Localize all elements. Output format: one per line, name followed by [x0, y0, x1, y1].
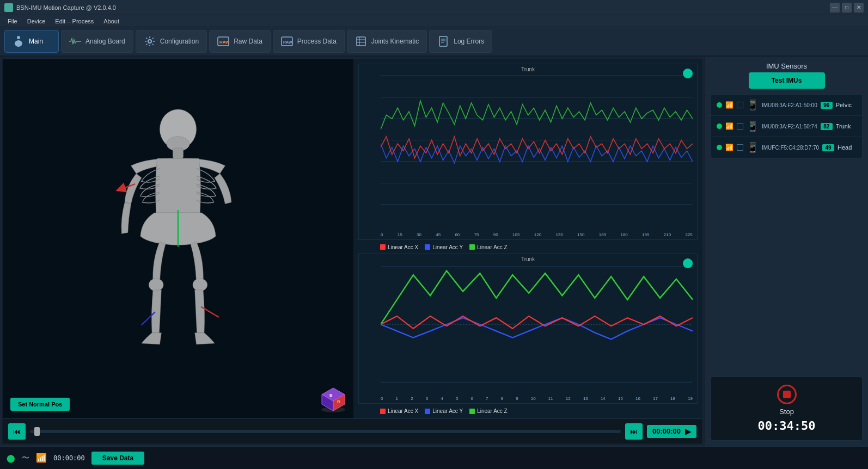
legend-color-acc-y-1 — [425, 244, 430, 250]
record-timer: 00:34:50 — [758, 419, 816, 433]
tab-log-errors[interactable]: Log Errors — [429, 30, 492, 53]
minimize-button[interactable]: — — [830, 3, 840, 13]
status-time: 00:00:00 — [53, 454, 85, 462]
window-controls[interactable]: — □ ✕ — [830, 3, 864, 13]
tab-raw-label: Raw Data — [234, 38, 262, 45]
progress-thumb[interactable] — [34, 427, 40, 436]
chart-1-legend: Linear Acc X Linear Acc Y Linear Acc Z — [358, 244, 698, 250]
wifi-icon-2: 📶 — [725, 122, 733, 130]
imu-label-3: Head — [838, 144, 861, 151]
wifi-icon-3: 📶 — [725, 144, 733, 151]
tab-config-label: Configuration — [160, 38, 199, 45]
imu-badge-2: 82 — [821, 123, 833, 130]
chart-1-dot — [683, 69, 693, 78]
legend-label-acc-x-1: Linear Acc X — [388, 244, 418, 250]
svg-point-21 — [193, 279, 207, 291]
svg-rect-11 — [439, 36, 447, 46]
svg-text:RAW: RAW — [219, 40, 229, 45]
legend-label-acc-z-1: Linear Acc Z — [477, 244, 508, 250]
stop-icon-inner — [783, 391, 791, 398]
tab-raw-data[interactable]: RAW Raw Data — [209, 30, 271, 53]
title-bar: BSN-IMU Motion Capture @ V2.0.4.0 — □ ✕ — [0, 0, 868, 15]
chart-1-title: Trunk — [521, 66, 535, 72]
imu-label-2: Trunk — [836, 123, 860, 129]
status-signal-icon: 📶 — [36, 453, 47, 463]
play-button[interactable]: ▶ — [685, 427, 691, 436]
imu-row-1: 📶 📱 IMU08:3A:F2:A1:50:00 96 Pelvic — [711, 95, 862, 116]
skip-button[interactable]: ⏭ — [625, 423, 643, 440]
app-title: BSN-IMU Motion Capture @ V2.0.4.0 — [16, 4, 116, 11]
title-bar-left: BSN-IMU Motion Capture @ V2.0.4.0 — [4, 3, 116, 12]
imu-badge-3: 49 — [822, 144, 834, 151]
checkbox-3[interactable] — [737, 144, 743, 151]
legend-acc-y-2: Linear Acc Y — [425, 408, 463, 414]
status-dot-1 — [717, 102, 722, 108]
imu-device-icon-2: 📱 — [747, 120, 759, 132]
tab-analog-label: Analog Board — [85, 38, 125, 45]
imu-device-list: 📶 📱 IMU08:3A:F2:A1:50:00 96 Pelvic 📶 📱 I… — [711, 94, 863, 158]
status-dot-2 — [717, 124, 722, 129]
tab-configuration[interactable]: Configuration — [136, 30, 207, 53]
imu-sensors-title: IMU Sensors — [711, 62, 863, 70]
current-time: 00:00:00 — [652, 427, 681, 435]
svg-point-20 — [149, 279, 163, 291]
tab-process-data[interactable]: RAW Process Data — [273, 30, 345, 53]
checkbox-1[interactable] — [737, 102, 743, 108]
imu-sensors-header: IMU Sensors Test IMUs — [711, 62, 863, 89]
legend-acc-y-1: Linear Acc Y — [425, 244, 463, 250]
save-data-button[interactable]: Save Data — [91, 452, 144, 465]
stop-label: Stop — [779, 408, 794, 416]
tab-joints-label: Joints Kinematic — [371, 38, 419, 45]
tab-analog[interactable]: Analog Board — [61, 30, 133, 53]
chart-2-x-axis: 0 1 2 3 4 5 6 7 8 9 10 11 12 13 — [381, 396, 693, 401]
progress-bar[interactable] — [30, 430, 621, 433]
menu-edit-process[interactable]: Edit – Process — [51, 17, 98, 26]
stop-icon — [777, 385, 797, 404]
imu-address-3: IMUFC:F5:C4:28:D7:70 — [762, 145, 819, 151]
imu-device-icon-3: 📱 — [747, 141, 759, 153]
chart-2-dot — [683, 258, 693, 268]
status-connected-icon: ⬤ — [7, 454, 15, 462]
menu-about[interactable]: About — [99, 17, 124, 26]
svg-rect-7 — [357, 37, 365, 46]
analog-tab-icon — [69, 35, 81, 47]
set-normal-pos-button[interactable]: Set Normal Pos — [10, 398, 70, 411]
chart-1-x-axis: 0 15 30 45 60 75 90 105 120 135 150 165 … — [381, 232, 693, 237]
tab-joints-kinematic[interactable]: Joints Kinematic — [347, 30, 427, 53]
main-layout: Set Normal Pos B R — [0, 57, 868, 446]
menu-file[interactable]: File — [3, 17, 22, 26]
joints-tab-icon — [355, 35, 367, 47]
legend-label-acc-y-1: Linear Acc Y — [432, 244, 463, 250]
legend-acc-x-2: Linear Acc X — [380, 408, 418, 414]
skeleton-view: Set Normal Pos B R — [3, 59, 354, 418]
checkbox-2[interactable] — [737, 123, 743, 129]
status-dot-3 — [717, 145, 722, 150]
skeleton-canvas: Set Normal Pos B R — [3, 59, 353, 418]
tab-main[interactable]: Main — [4, 30, 59, 53]
time-display: 00:00:00 ▶ — [647, 425, 696, 438]
chart-1-container: Trunk 0.2 0.15 0.1 — [358, 64, 698, 240]
maximize-button[interactable]: □ — [842, 3, 852, 13]
tab-bar: Main Analog Board Configuration RAW Raw … — [0, 27, 868, 57]
legend-color-acc-x-1 — [380, 244, 386, 250]
tab-process-label: Process Data — [297, 38, 337, 45]
record-section: Stop 00:34:50 — [711, 377, 863, 441]
imu-device-icon-1: 📱 — [747, 99, 759, 111]
process-tab-icon: RAW — [281, 35, 293, 47]
test-imus-button[interactable]: Test IMUs — [749, 72, 825, 89]
svg-point-0 — [17, 36, 20, 39]
right-sidebar: IMU Sensors Test IMUs 📶 📱 IMU08:3A:F2:A1… — [705, 57, 868, 446]
content-area: Set Normal Pos B R — [2, 59, 702, 444]
imu-address-1: IMU08:3A:F2:A1:50:00 — [762, 102, 817, 108]
tab-main-label: Main — [29, 38, 43, 45]
legend-label-acc-y-2: Linear Acc Y — [432, 408, 463, 414]
imu-badge-1: 96 — [821, 102, 833, 109]
svg-text:R: R — [337, 399, 340, 404]
rewind-button[interactable]: ⏮ — [8, 423, 26, 440]
menu-device[interactable]: Device — [23, 17, 50, 26]
playback-bar: ⏮ ⏭ 00:00:00 ▶ — [3, 418, 702, 443]
close-button[interactable]: ✕ — [854, 3, 864, 13]
tab-log-label: Log Errors — [454, 38, 484, 45]
status-bar: ⬤ 〜 📶 00:00:00 Save Data — [0, 446, 868, 469]
skeleton-model — [85, 108, 271, 369]
